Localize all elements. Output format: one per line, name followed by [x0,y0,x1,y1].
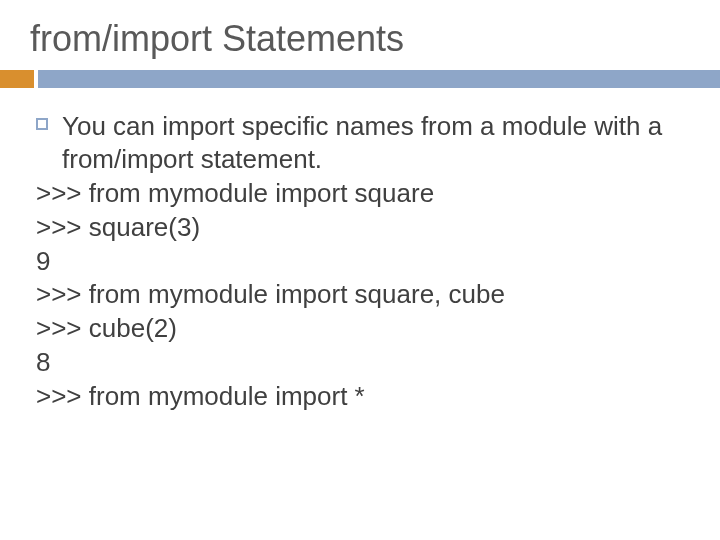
bullet-text: You can import specific names from a mod… [62,111,662,174]
slide-title: from/import Statements [0,18,720,70]
accent-block [0,70,34,88]
slide: from/import Statements You can import sp… [0,0,720,540]
code-line: 9 [36,245,682,279]
code-line: 8 [36,346,682,380]
main-bar [38,70,720,88]
content-area: You can import specific names from a mod… [0,88,720,414]
code-line: >>> from mymodule import square, cube [36,278,682,312]
code-line: >>> cube(2) [36,312,682,346]
square-bullet-icon [36,118,48,130]
divider-bar [0,70,720,88]
code-line: >>> square(3) [36,211,682,245]
code-line: >>> from mymodule import * [36,380,682,414]
bullet-item: You can import specific names from a mod… [62,110,682,175]
code-line: >>> from mymodule import square [36,177,682,211]
